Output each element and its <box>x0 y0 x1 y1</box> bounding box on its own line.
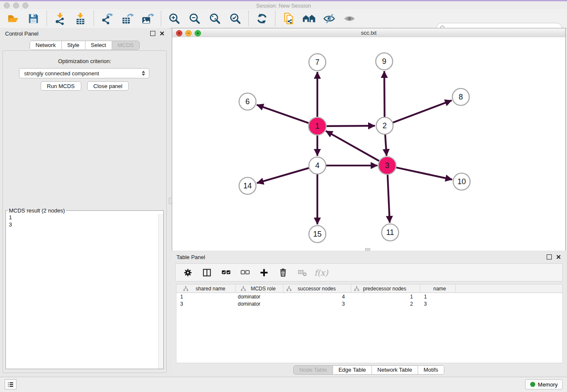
graph-node-1[interactable]: 1 <box>308 117 326 135</box>
zoom-out-icon <box>188 12 201 25</box>
network-canvas[interactable]: 7968124314101511 <box>172 37 565 251</box>
graph-edge-2-8[interactable] <box>393 100 452 122</box>
window-title: Session: New Session <box>0 3 567 9</box>
split-panel-button[interactable] <box>201 267 212 279</box>
mcds-result-node: 1 <box>6 214 163 221</box>
control-panel: Control Panel Network Style Select MCDS … <box>0 28 169 377</box>
graph-node-label: 3 <box>385 161 389 170</box>
graph-edge-2-9[interactable] <box>384 71 385 117</box>
network-window-titlebar[interactable]: scc.txt <box>172 28 565 38</box>
graph-node-7[interactable]: 7 <box>309 54 326 71</box>
open-session-button[interactable] <box>6 11 20 26</box>
close-table-panel-icon[interactable] <box>556 255 561 259</box>
main-toolbar <box>0 9 567 28</box>
zoom-out-button[interactable] <box>187 11 202 26</box>
show-display-button[interactable] <box>342 11 357 26</box>
tab-style[interactable]: Style <box>61 41 85 50</box>
table-cell: 3 <box>284 301 351 307</box>
zoom-selected-button[interactable] <box>228 11 242 26</box>
graph-node-6[interactable]: 6 <box>239 93 256 110</box>
graph-node-label: 6 <box>245 97 250 106</box>
function-icon: f(x) <box>314 268 328 277</box>
graph-node-label: 11 <box>386 228 394 237</box>
column-header-name[interactable]: name <box>420 284 456 293</box>
tab-edge-table[interactable]: Edge Table <box>333 366 372 374</box>
graph-node-4[interactable]: 4 <box>309 157 326 174</box>
column-header-mcds-role[interactable]: MCDS role <box>236 284 284 293</box>
tab-network-table[interactable]: Network Table <box>372 366 418 374</box>
export-network-button[interactable] <box>100 11 114 26</box>
show-panels-list-button[interactable] <box>5 379 17 389</box>
graph-edge-1-6[interactable] <box>257 105 309 123</box>
table-cell: 4 <box>284 294 351 300</box>
graph-node-15[interactable]: 15 <box>309 226 326 243</box>
refresh-icon <box>256 12 268 25</box>
graph-node-2[interactable]: 2 <box>376 117 393 134</box>
export-network-icon <box>101 12 113 25</box>
graph-node-label: 8 <box>459 93 463 101</box>
graph-edge-3-11[interactable] <box>388 174 390 223</box>
zoom-fit-button[interactable] <box>208 11 222 26</box>
graph-node-9[interactable]: 9 <box>376 53 393 70</box>
tab-network[interactable]: Network <box>30 41 61 50</box>
zoom-fit-icon <box>209 12 221 25</box>
table-panel: Table Panel f(x) shared name MCDS role <box>172 252 566 376</box>
import-table-button[interactable] <box>73 11 88 26</box>
refresh-button[interactable] <box>255 11 269 26</box>
network-view-window: scc.txt 7968124314101511 <box>172 28 566 251</box>
graph-node-14[interactable]: 14 <box>239 177 256 194</box>
delete-column-icon <box>278 268 288 277</box>
save-session-button[interactable] <box>26 11 41 26</box>
network-graph: 7968124314101511 <box>172 37 565 251</box>
optimization-criterion-select[interactable]: strongly connected component <box>19 68 149 78</box>
zoom-in-button[interactable] <box>167 11 182 26</box>
graph-edge-3-1[interactable] <box>326 131 380 161</box>
graph-node-3[interactable]: 3 <box>378 157 396 174</box>
graph-edge-2-3[interactable] <box>385 135 386 156</box>
tab-select[interactable]: Select <box>85 41 112 50</box>
close-panel-icon[interactable] <box>160 31 164 36</box>
run-mcds-button[interactable]: Run MCDS <box>41 81 81 91</box>
table-row[interactable]: 3dominator323 <box>176 300 562 307</box>
mcds-result-node: 3 <box>6 221 163 228</box>
export-table-button[interactable] <box>120 11 135 26</box>
table-row[interactable]: 1dominator411 <box>176 293 562 300</box>
network-window-resize-grip[interactable] <box>365 248 370 251</box>
table-cell: 1 <box>420 294 456 300</box>
home-button[interactable] <box>302 11 316 26</box>
graph-edge-4-14[interactable] <box>257 168 309 183</box>
control-panel-tabs: Network Style Select MCDS <box>30 41 140 50</box>
main-titlebar: Session: New Session <box>0 1 567 9</box>
column-header-predecessor-nodes[interactable]: predecessor nodes <box>351 284 420 293</box>
graph-node-10[interactable]: 10 <box>453 173 470 190</box>
graph-edge-3-10[interactable] <box>396 167 452 179</box>
column-header-shared-name[interactable]: shared name <box>176 284 236 293</box>
float-panel-icon[interactable] <box>150 31 155 36</box>
clone-network-button[interactable] <box>281 11 296 26</box>
tab-node-table[interactable]: Node Table <box>294 366 333 374</box>
select-all-button[interactable] <box>220 267 231 279</box>
graph-node-label: 10 <box>457 177 466 186</box>
memory-button[interactable]: Memory <box>525 379 563 389</box>
tab-motifs[interactable]: Motifs <box>418 366 444 374</box>
memory-label: Memory <box>538 381 558 388</box>
status-bar: Memory <box>0 377 567 392</box>
column-header-successor-nodes[interactable]: successor nodes <box>284 284 351 293</box>
graph-node-11[interactable]: 11 <box>382 224 399 241</box>
graph-node-label: 7 <box>315 58 319 66</box>
result-scrollbar[interactable] <box>158 214 163 369</box>
close-panel-button[interactable]: Close panel <box>87 81 129 91</box>
graph-node-label: 1 <box>315 122 319 130</box>
import-network-button[interactable] <box>53 11 67 26</box>
add-column-button[interactable] <box>259 267 270 279</box>
delete-column-button[interactable] <box>278 267 289 279</box>
deselect-all-button[interactable] <box>239 267 250 279</box>
hide-display-button[interactable] <box>322 11 336 26</box>
float-table-panel-icon[interactable] <box>547 254 552 259</box>
tab-mcds[interactable]: MCDS <box>112 41 139 50</box>
graph-node-8[interactable]: 8 <box>452 88 469 105</box>
settings-button[interactable] <box>182 267 193 279</box>
mcds-result-fieldset: MCDS result (2 nodes) 1 3 <box>6 207 164 369</box>
graph-edge-1-2[interactable] <box>326 126 375 126</box>
export-image-button[interactable] <box>140 11 155 26</box>
